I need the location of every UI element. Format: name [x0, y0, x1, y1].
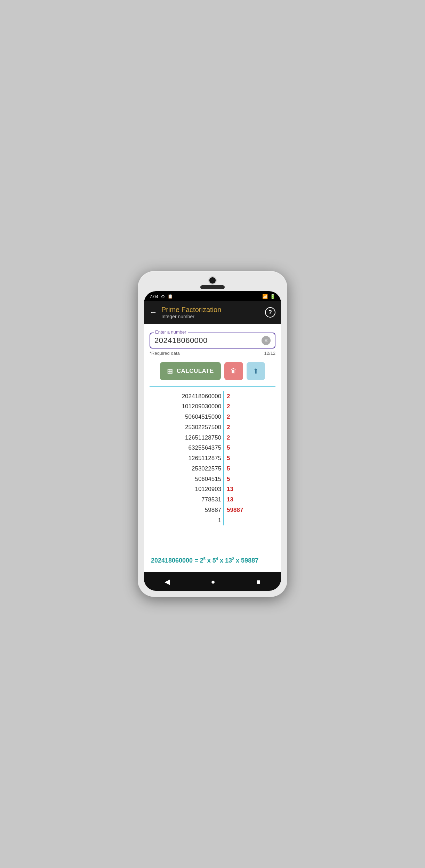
dividend-5: 6325564375: [189, 443, 224, 453]
divisor-0: 2: [227, 391, 230, 402]
dividend-2: 50604515000: [185, 412, 223, 422]
nav-home-button[interactable]: ●: [205, 576, 220, 587]
dividend-11: 59887: [205, 505, 223, 515]
worldcoin-icon: ⊙: [161, 294, 165, 299]
input-label: Enter a number: [154, 329, 188, 335]
factorization-table: 202418060000 101209030000 50604515000 25…: [150, 391, 275, 526]
dividend-column: 202418060000 101209030000 50604515000 25…: [182, 391, 223, 526]
delete-button[interactable]: 🗑: [224, 362, 243, 380]
speaker: [200, 285, 225, 289]
spacer: [150, 525, 275, 553]
dividend-1: 101209030000: [182, 401, 223, 412]
divisor-4: 2: [227, 433, 230, 443]
signal-icon: 📶: [262, 294, 268, 299]
calculate-button[interactable]: ⊞ CALCULATE: [160, 362, 221, 380]
divisor-6: 5: [227, 453, 230, 464]
result-formula: 202418060000 = 25 x 54 x 132 x 59887: [150, 553, 275, 566]
calculate-icon: ⊞: [167, 367, 173, 375]
divisor-7: 5: [227, 464, 230, 474]
required-text: *Required data: [150, 351, 180, 356]
status-left: 7:04 ⊙ 📋: [150, 294, 173, 299]
phone-screen: 7:04 ⊙ 📋 📶 🔋 ← Prime Factorization Integ…: [144, 291, 281, 591]
app-bar: ← Prime Factorization Integer number ?: [144, 301, 281, 324]
app-bar-content: Prime Factorization Integer number: [161, 305, 265, 319]
divisor-column: 2 2 2 2 2 5 5 5 5 13 13 59887: [223, 391, 243, 526]
input-row: 202418060000 ✕: [154, 336, 271, 345]
clipboard-icon: 📋: [168, 294, 173, 299]
dividend-12: 1: [218, 515, 223, 526]
help-button[interactable]: ?: [265, 307, 275, 318]
time-display: 7:04: [150, 294, 158, 299]
clear-button[interactable]: ✕: [262, 336, 271, 345]
divisor-1: 2: [227, 401, 230, 412]
dividend-4: 12651128750: [185, 433, 223, 443]
share-icon: ⬆: [253, 367, 259, 375]
input-footer: *Required data 12/12: [150, 351, 275, 356]
divisor-3: 2: [227, 422, 230, 433]
dividend-0: 202418060000: [182, 391, 223, 402]
content-area: Enter a number 202418060000 ✕ *Required …: [144, 324, 281, 572]
number-input-wrapper: Enter a number 202418060000 ✕: [150, 333, 275, 349]
divisor-8: 5: [227, 474, 230, 484]
action-buttons: ⊞ CALCULATE 🗑 ⬆: [150, 362, 275, 380]
divisor-5: 5: [227, 443, 230, 453]
battery-icon: 🔋: [270, 294, 275, 299]
dividend-6: 1265112875: [189, 453, 224, 464]
divider: [150, 386, 275, 387]
nav-back-button[interactable]: ◀: [159, 576, 175, 587]
dividend-7: 253022575: [192, 464, 223, 474]
calculate-label: CALCULATE: [177, 368, 214, 375]
app-title: Prime Factorization: [161, 305, 265, 314]
dividend-10: 778531: [201, 494, 223, 505]
dividend-8: 50604515: [195, 474, 223, 484]
nav-recent-button[interactable]: ■: [251, 576, 266, 587]
divisor-2: 2: [227, 412, 230, 422]
status-right: 📶 🔋: [262, 294, 275, 299]
app-subtitle: Integer number: [161, 314, 265, 319]
bottom-nav-bar: ◀ ● ■: [144, 572, 281, 591]
camera: [209, 277, 216, 284]
status-bar: 7:04 ⊙ 📋 📶 🔋: [144, 291, 281, 301]
phone-device: 7:04 ⊙ 📋 📶 🔋 ← Prime Factorization Integ…: [138, 271, 287, 597]
trash-icon: 🗑: [231, 367, 237, 375]
divisor-9: 13: [227, 484, 233, 494]
dividend-9: 10120903: [195, 484, 223, 494]
char-count: 12/12: [264, 351, 275, 356]
share-button[interactable]: ⬆: [247, 362, 265, 380]
dividend-3: 25302257500: [185, 422, 223, 433]
divisor-11: 59887: [227, 505, 243, 515]
input-value[interactable]: 202418060000: [154, 336, 208, 345]
back-button[interactable]: ←: [150, 309, 157, 316]
divisor-10: 13: [227, 494, 233, 505]
